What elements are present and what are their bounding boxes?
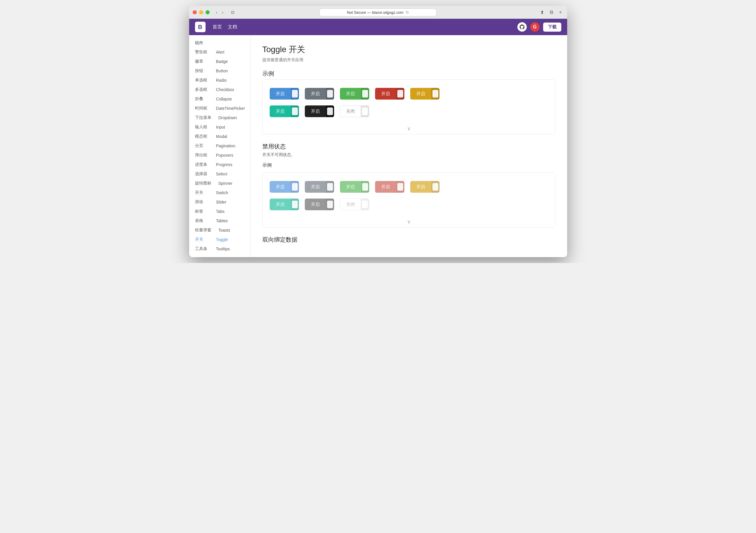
toggle-gray-label: 开启 [305,88,326,99]
sidebar-item-toggle[interactable]: 开关 Toggle [189,235,250,244]
toggle-gray-on[interactable]: 开启 [305,88,334,99]
sidebar-item-tabs-zh: 标签 [195,209,209,214]
toggle-darkgray-disabled[interactable]: 开启 [305,199,334,210]
sidebar-item-modal[interactable]: 模态框 Modal [189,132,250,141]
sidebar-item-toasts[interactable]: 轻量弹窗 Toasts [189,226,250,235]
sidebar-item-input[interactable]: 输入框 Input [189,123,250,132]
app-body: 组件 警告框 Alert 徽章 Badge 按钮 Button 单选框 Radi… [189,35,567,257]
sidebar-item-dropdown[interactable]: 下拉菜单 Dropdown [189,113,250,123]
toggle-teal-handle-inner [292,107,298,115]
sidebar-item-tooltips-en: Tooltips [216,247,230,251]
sidebar-toggle-button[interactable]: ⊡ [229,9,237,16]
toggle-teal-disabled[interactable]: 开启 [270,199,299,210]
sidebar-item-button[interactable]: 按钮 Button [189,66,250,75]
sidebar-item-datetimepicker-zh: 时间框 [195,106,209,111]
collapse-arrow-2[interactable]: ∨ [270,216,548,227]
sidebar-item-badge-zh: 徽章 [195,59,209,64]
toggle-gray-disabled-handle-inner [327,183,333,191]
sidebar-item-switch[interactable]: 开关 Switch [189,188,250,197]
toggle-gray-disabled[interactable]: 开启 [305,181,334,193]
sidebar-item-tooltips[interactable]: 工具条 Tooltips [189,244,250,254]
toggle-blue-disabled-handle [291,181,299,193]
toggle-teal-on[interactable]: 开启 [270,105,299,117]
sidebar-item-tables[interactable]: 表格 Tables [189,216,250,226]
toggle-gray-disabled-label: 开启 [305,181,326,193]
toggle-yellow-disabled[interactable]: 开启 [410,181,440,193]
sidebar-item-radio[interactable]: 单选框 Radio [189,75,250,85]
sidebar-item-spinner-en: Spinner [218,181,232,186]
github-icon[interactable] [517,22,527,32]
section2-desc: 开关不可用状态。 [262,152,555,157]
toggle-off[interactable]: 关闭 [340,105,369,117]
toggle-yellow-label: 开启 [410,88,431,99]
toggle-red-on[interactable]: 开启 [375,88,404,99]
sidebar-item-pagination[interactable]: 分页 Pagination [189,141,250,151]
toggle-green-on[interactable]: 开启 [340,88,369,99]
toggle-gray-handle [326,88,334,99]
sidebar-item-popovers-en: Popovers [216,153,233,157]
maximize-button[interactable] [205,10,210,14]
sidebar-item-select[interactable]: 选择器 Select [189,169,250,179]
toggle-row-1: 开启 开启 开启 [270,88,548,99]
toggle-darkgray-disabled-label: 开启 [305,199,326,210]
close-button[interactable] [193,10,197,14]
section1-title: 示例 [262,70,555,78]
nav-docs[interactable]: 文档 [228,24,237,30]
sidebar-item-collapse-zh: 折叠 [195,96,209,101]
url-bar[interactable]: Not Secure — blazor.sdgxgz.com ↻ [319,9,437,16]
toggle-yellow-disabled-label: 开启 [410,181,431,193]
toggle-off-disabled[interactable]: 关闭 [340,199,369,210]
toggle-teal-label: 开启 [270,105,291,117]
sidebar-item-checkbox[interactable]: 多选框 Checkbox [189,85,250,94]
sidebar-item-badge-en: Badge [216,59,228,64]
title-bar: ‹ › ⊡ Not Secure — blazor.sdgxgz.com ↻ ⬆… [189,6,567,19]
sidebar-item-datetimepicker-en: DateTimePicker [216,106,245,111]
sidebar-item-input-en: Input [216,125,225,129]
sidebar-item-alert-zh: 警告框 [195,49,209,55]
sidebar-item-datetimepicker[interactable]: 时间框 DateTimePicker [189,104,250,113]
sidebar-item-switch-en: Switch [216,190,228,195]
toggle-darkgray-disabled-handle [326,199,334,210]
sidebar-item-popovers-zh: 弹出框 [195,153,209,158]
nav-home[interactable]: 首页 [213,24,222,30]
back-button[interactable]: ‹ [214,9,219,16]
toggle-green-label: 开启 [340,88,361,99]
sidebar-item-collapse[interactable]: 折叠 Collapse [189,94,250,104]
new-tab-button[interactable]: ⧉ [548,9,555,16]
toggle-teal-disabled-handle-inner [292,201,298,208]
toggle-blue-disabled[interactable]: 开启 [270,181,299,193]
toggle-black-label: 开启 [305,105,326,117]
toggle-blue-on[interactable]: 开启 [270,88,299,99]
sidebar-item-pagination-en: Pagination [216,144,235,148]
section2-title: 禁用状态 [262,143,555,151]
sidebar-item-popovers[interactable]: 弹出框 Popovers [189,151,250,160]
collapse-arrow-1[interactable]: ∨ [270,123,548,134]
header-actions: G 下载 [517,22,561,32]
sidebar-item-button-en: Button [216,69,228,73]
toggle-yellow-on[interactable]: 开启 [410,88,440,99]
toggle-black-on[interactable]: 开启 [305,105,334,117]
sidebar-item-spinner[interactable]: 旋转图标 Spinner [189,179,250,188]
sidebar-item-select-en: Select [216,172,228,176]
sidebar-item-slider[interactable]: 滑块 Slider [189,197,250,207]
minimize-button[interactable] [199,10,203,14]
sidebar-item-switch-zh: 开关 [195,190,209,195]
share-button[interactable]: ⬆ [538,9,546,16]
sidebar-item-alert[interactable]: 警告框 Alert [189,47,250,57]
sidebar-item-progress[interactable]: 进度条 Progress [189,160,250,169]
forward-button[interactable]: › [220,9,225,16]
plus-button[interactable]: + [557,9,563,16]
nav-buttons: ‹ › [214,9,225,16]
toggle-teal-handle [291,105,299,117]
toggle-yellow-disabled-handle [431,181,440,193]
toggle-green-disabled-label: 开启 [340,181,361,193]
download-button[interactable]: 下载 [543,22,561,32]
sidebar-item-tabs[interactable]: 标签 Tabs [189,207,250,216]
toggle-green-disabled[interactable]: 开启 [340,181,369,193]
app-logo[interactable]: B [195,22,205,32]
sidebar-item-button-zh: 按钮 [195,68,209,73]
toggle-red-disabled[interactable]: 开启 [375,181,404,193]
g-icon[interactable]: G [530,22,540,32]
sidebar-item-badge[interactable]: 徽章 Badge [189,57,250,66]
refresh-icon[interactable]: ↻ [406,10,409,14]
